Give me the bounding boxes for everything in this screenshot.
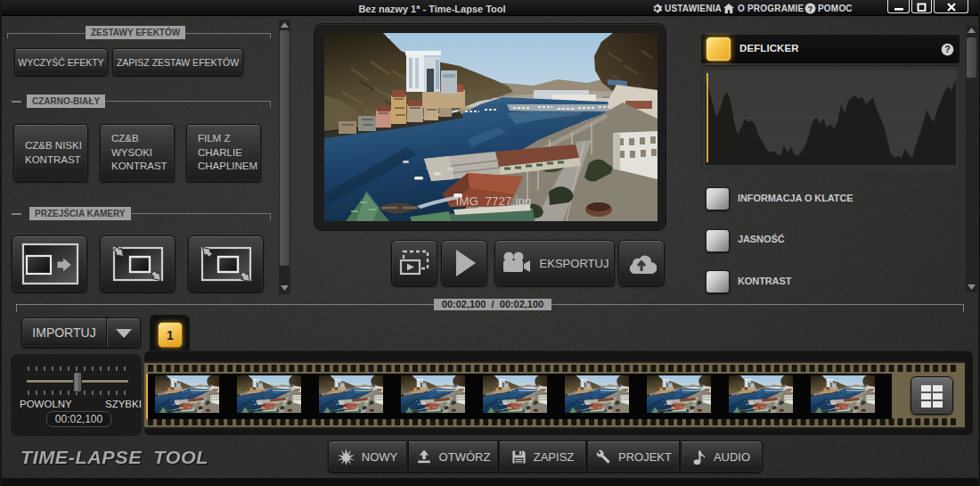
svg-text:?: ? [944,44,950,54]
svg-text:?: ? [808,4,813,13]
